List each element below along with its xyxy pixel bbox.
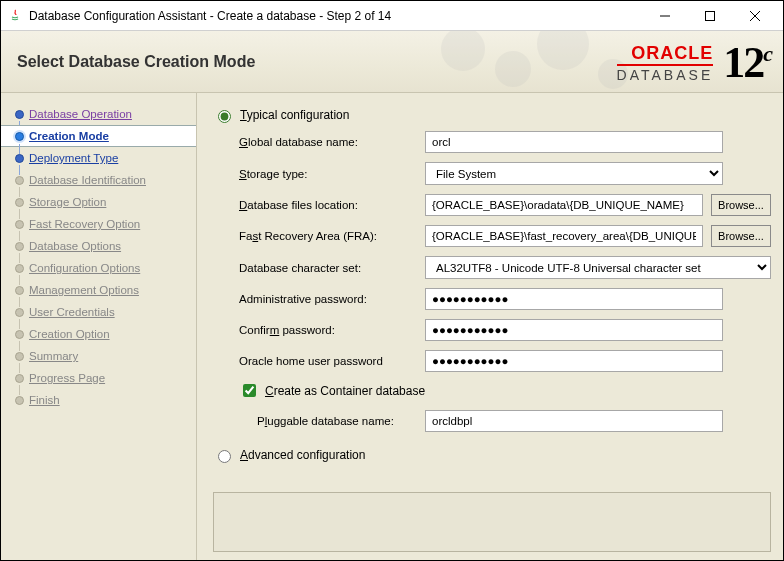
step-management-options: Management Options [1, 279, 196, 301]
fra-label: Fast Recovery Area (FRA): [239, 230, 417, 242]
step-creation-mode[interactable]: Creation Mode [1, 125, 197, 147]
window-title: Database Configuration Assistant - Creat… [29, 9, 642, 23]
step-database-identification: Database Identification [1, 169, 196, 191]
browse-files-button[interactable]: Browse... [711, 194, 771, 216]
window-controls [642, 2, 777, 30]
titlebar: Database Configuration Assistant - Creat… [1, 1, 783, 31]
files-location-input[interactable] [425, 194, 703, 216]
step-finish: Finish [1, 389, 196, 411]
brand-block: ORACLE DATABASE 12c [617, 37, 771, 88]
home-pw-label: Oracle home user password [239, 355, 417, 367]
step-deployment-type[interactable]: Deployment Type [1, 147, 196, 169]
step-progress-page: Progress Page [1, 367, 196, 389]
mode-advanced-row[interactable]: Advanced configuration [213, 447, 771, 463]
confirm-pw-input[interactable] [425, 319, 723, 341]
advanced-label: Advanced configuration [240, 448, 365, 462]
container-label: Create as Container database [265, 384, 425, 398]
files-location-label: Database files location: [239, 199, 417, 211]
minimize-button[interactable] [642, 2, 687, 30]
charset-label: Database character set: [239, 262, 417, 274]
brand-database: DATABASE [617, 64, 714, 82]
storage-type-label: Storage type: [239, 168, 417, 180]
close-button[interactable] [732, 2, 777, 30]
step-creation-option: Creation Option [1, 323, 196, 345]
brand-oracle: ORACLE [617, 44, 714, 62]
step-sidebar: Database OperationCreation ModeDeploymen… [1, 93, 197, 560]
global-db-label: Global database name: [239, 136, 417, 148]
typical-radio[interactable] [218, 110, 231, 123]
step-fast-recovery-option: Fast Recovery Option [1, 213, 196, 235]
typical-label: Typical configuration [240, 108, 349, 122]
container-checkbox[interactable] [243, 384, 256, 397]
java-icon [7, 8, 23, 24]
svg-point-4 [441, 31, 485, 71]
step-database-operation[interactable]: Database Operation [1, 103, 196, 125]
charset-select[interactable]: AL32UTF8 - Unicode UTF-8 Universal chara… [425, 256, 771, 279]
svg-point-6 [537, 31, 589, 70]
browse-fra-button[interactable]: Browse... [711, 225, 771, 247]
svg-rect-1 [705, 11, 714, 20]
wizard-body: Database OperationCreation ModeDeploymen… [1, 93, 783, 560]
step-database-options: Database Options [1, 235, 196, 257]
advanced-radio[interactable] [218, 450, 231, 463]
global-db-input[interactable] [425, 131, 723, 153]
admin-pw-label: Administrative password: [239, 293, 417, 305]
step-summary: Summary [1, 345, 196, 367]
page-title: Select Database Creation Mode [17, 53, 255, 71]
app-window: Database Configuration Assistant - Creat… [0, 0, 784, 561]
typical-form: Global database name: Storage type: File… [239, 131, 771, 441]
container-checkbox-row[interactable]: Create as Container database [239, 381, 771, 400]
step-user-credentials: User Credentials [1, 301, 196, 323]
pdb-input[interactable] [425, 410, 723, 432]
admin-pw-input[interactable] [425, 288, 723, 310]
storage-type-select[interactable]: File System [425, 162, 723, 185]
svg-line-3 [750, 11, 760, 21]
step-storage-option: Storage Option [1, 191, 196, 213]
step-configuration-options: Configuration Options [1, 257, 196, 279]
gears-decoration [423, 31, 643, 93]
svg-point-5 [495, 51, 531, 87]
mode-typical-row[interactable]: Typical configuration [213, 107, 771, 123]
wizard-header: Select Database Creation Mode ORACLE DAT… [1, 31, 783, 93]
confirm-pw-label: Confirm password: [239, 324, 417, 336]
version-badge: 12c [723, 37, 771, 88]
message-area [213, 492, 771, 552]
svg-line-2 [750, 11, 760, 21]
pdb-label: Pluggable database name: [257, 415, 417, 427]
maximize-button[interactable] [687, 2, 732, 30]
home-pw-input[interactable] [425, 350, 723, 372]
content-pane: Typical configuration Global database na… [197, 93, 783, 560]
fra-input[interactable] [425, 225, 703, 247]
